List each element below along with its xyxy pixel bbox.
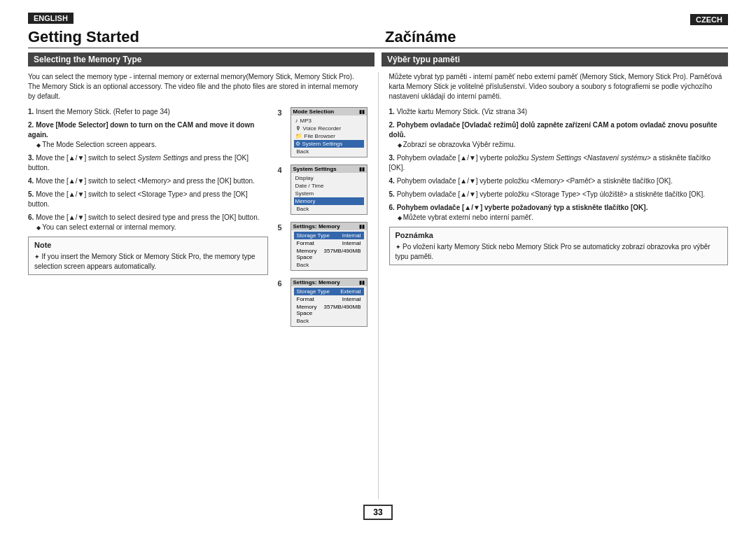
screen-3-titlebar: Mode Selection ▮▮ <box>291 108 367 115</box>
screen-6-storage-value: External <box>340 288 360 295</box>
screen-6-icons: ▮▮ <box>359 280 365 286</box>
right-step-1-text: Vložte kartu Memory Stick. (Viz strana 3… <box>397 108 528 115</box>
screen-6-label: 6 <box>278 279 282 288</box>
battery-icon-5: ▮▮ <box>359 224 365 230</box>
page-number: 33 <box>363 505 392 520</box>
screen-6-format-value: Internal <box>342 296 361 302</box>
step-4-num: 4. <box>28 177 36 185</box>
screen-6-memspace-label: Memory Space <box>297 304 324 316</box>
note-label: Note <box>34 240 262 251</box>
screen-3-back: Back <box>294 148 364 155</box>
right-intro: Můžete vybrat typ paměti - interní paměť… <box>389 72 729 101</box>
step-3-text: Move the [▲/▼] switch to select System S… <box>28 154 248 171</box>
step-2-bullet: The Mode Selection screen appears. <box>36 140 268 150</box>
screen-3-body: ♪ MP3 🎙 Voice Recorder 📁 File Browser <box>291 115 367 157</box>
screen-6-memspace-value: 357MB/490MB <box>324 304 361 316</box>
step-6-num: 6. <box>28 213 36 221</box>
english-badge: ENGLISH <box>28 13 74 24</box>
left-content-with-screens: 1. Insert the Memory Stick. (Refer to pa… <box>28 107 368 334</box>
screen-6-storage-label: Storage Type <box>297 288 330 295</box>
screen-4-datetime: Date / Time <box>294 182 364 190</box>
battery-icon-6: ▮▮ <box>359 280 365 286</box>
screen-3-item-file: 📁 File Browser <box>294 132 364 140</box>
screen-6-format: Format Internal <box>294 295 364 303</box>
poznamka-label: Poznámka <box>396 230 722 241</box>
step-6-bullet: You can select external or internal memo… <box>36 223 268 232</box>
screen-3-label: 3 <box>278 108 282 117</box>
battery-icon: ▮▮ <box>359 109 365 115</box>
right-step-6-bullet: Můžete vybrat externí nebo interní paměť… <box>398 213 729 223</box>
right-step-6: 6. Pohybem ovladače [▲/▼] vyberte požado… <box>389 203 729 223</box>
step-1-text: Insert the Memory Stick. (Refer to page … <box>36 108 170 115</box>
screen-6-back: Back <box>294 317 364 325</box>
screen-4: System Settings ▮▮ Display Date / Time S… <box>290 164 368 215</box>
note-box: Note If you insert the Memory Stick or M… <box>28 237 268 275</box>
screen-4-back: Back <box>294 205 364 213</box>
main-content: You can select the memory type - interna… <box>28 72 728 499</box>
screen-6-storage-type: Storage Type External <box>294 288 364 295</box>
step-4: 4. Move the [▲/▼] switch to select <Memo… <box>28 176 268 186</box>
left-section-header: Selecting the Memory Type <box>28 52 374 66</box>
step-5-num: 5. <box>28 190 36 198</box>
right-step-2-bullet: Zobrazí se obrazovka Výběr režimu. <box>398 140 729 150</box>
step-1: 1. Insert the Memory Stick. (Refer to pa… <box>28 107 268 117</box>
screen-5-storage-value: Internal <box>342 232 361 239</box>
screen-5-label: 5 <box>278 223 282 232</box>
screen-3-title: Mode Selection <box>293 108 335 115</box>
right-step-1: 1. Vložte kartu Memory Stick. (Viz stran… <box>389 107 729 117</box>
right-title: Začínáme <box>371 28 728 46</box>
poznamka-text: Po vložení karty Memory Stick nebo Memor… <box>396 243 710 260</box>
screen-5-storage-type: Storage Type Internal <box>294 232 364 239</box>
screen-4-title: System Settings <box>293 166 337 172</box>
step-2-num: 2. <box>28 121 36 129</box>
right-section-header: Výběr typu paměti <box>382 52 728 66</box>
czech-header: CZECH <box>378 14 728 25</box>
screen-4-memory: Memory <box>294 197 364 205</box>
screen-5-body: Storage Type Internal Format Internal Me… <box>291 230 367 270</box>
step-4-text: Move the [▲/▼] switch to select <Memory>… <box>36 177 255 185</box>
right-step-4-text: Pohybem ovladače [▲/▼] vyberte položku <… <box>397 177 673 185</box>
step-5: 5. Move the [▲/▼] switch to select <Stor… <box>28 190 268 209</box>
right-step-2: 2. Pohybem ovladače [Ovladač režimů] dol… <box>389 120 729 150</box>
screen-3-icons: ▮▮ <box>359 109 365 115</box>
screen-5-icons: ▮▮ <box>359 224 365 230</box>
left-title: Getting Started <box>28 28 371 46</box>
screen-5-title: Settings: Memory <box>293 223 340 230</box>
screen-5-memspace: Memory Space 357MB/490MB <box>294 247 364 261</box>
screen-3-item-system: ⚙ System Settings <box>294 140 364 148</box>
poznamka-box: Poznámka Po vložení karty Memory Stick n… <box>389 227 729 265</box>
screen-3-mp3-label: MP3 <box>300 118 312 124</box>
screen-4-icons: ▮▮ <box>359 167 365 172</box>
screen-6-title: Settings: Memory <box>293 279 340 286</box>
screen-6: Settings: Memory ▮▮ Storage Type Externa… <box>290 278 368 327</box>
right-step-3: 3. Pohybem ovladače [▲/▼] vyberte položk… <box>389 153 729 173</box>
screen-3-file-label: File Browser <box>304 133 335 139</box>
screen-3-system-label: System Settings <box>302 141 343 147</box>
screen-3: Mode Selection ▮▮ ♪ MP3 <box>290 107 368 157</box>
screen-5-format-value: Internal <box>342 240 361 246</box>
step-2: 2. Move [Mode Selector] down to turn on … <box>28 120 268 150</box>
screen-6-body: Storage Type External Format Internal Me… <box>291 286 367 326</box>
screen-5-format-label: Format <box>297 240 314 246</box>
screen-3-item-voice: 🎙 Voice Recorder <box>294 125 364 132</box>
right-step-1-num: 1. <box>389 108 397 115</box>
right-step-5-num: 5. <box>389 190 397 198</box>
screen-6-wrapper: 6 Settings: Memory ▮▮ Storage Type <box>290 278 368 330</box>
section-header-row: Selecting the Memory Type Výběr typu pam… <box>28 52 728 66</box>
left-intro: You can select the memory type - interna… <box>28 72 368 101</box>
title-row: Getting Started Začínáme <box>28 28 728 48</box>
screen-4-label: 4 <box>278 166 282 174</box>
left-column: You can select the memory type - interna… <box>28 72 368 499</box>
right-column: Můžete vybrat typ paměti - interní paměť… <box>382 72 729 499</box>
right-step-5: 5. Pohybem ovladače [▲/▼] vyberte položk… <box>389 190 729 199</box>
right-step-5-text: Pohybem ovladače [▲/▼] vyberte položku <… <box>397 190 705 198</box>
step-6-text: Move the [▲/▼] switch to select desired … <box>36 213 259 221</box>
right-step-6-num: 6. <box>389 204 397 211</box>
screen-5-memspace-value: 357MB/490MB <box>324 248 361 260</box>
right-steps: 1. Vložte kartu Memory Stick. (Viz stran… <box>389 107 729 223</box>
screen-6-memspace: Memory Space 357MB/490MB <box>294 303 364 317</box>
battery-icon-4: ▮▮ <box>359 167 365 172</box>
screen-3-voice-label: Voice Recorder <box>303 125 342 132</box>
right-step-3-text: Pohybem ovladače [▲/▼] vyberte položku S… <box>389 154 710 171</box>
screen-4-system: System <box>294 190 364 197</box>
